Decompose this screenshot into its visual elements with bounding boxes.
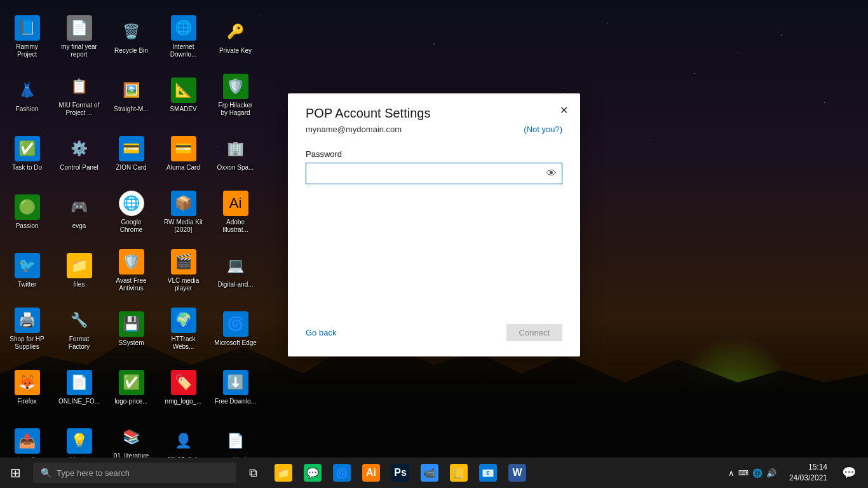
outlook-icon: 📧 — [479, 464, 497, 482]
desktop: 📘 Rammy Project 📄 my final year report 🗑… — [0, 0, 868, 488]
taskbar-app-outlook[interactable]: 📧 — [474, 458, 502, 488]
taskbar-app-word[interactable]: W — [503, 458, 531, 488]
notification-button[interactable]: 💬 — [835, 458, 863, 488]
word-icon: W — [508, 464, 526, 482]
taskbar-app-ai-illustrator[interactable]: Ai — [357, 458, 385, 488]
taskbar-app-file-explorer[interactable]: 📁 — [269, 458, 297, 488]
clock[interactable]: 15:14 24/03/2021 — [784, 462, 832, 484]
taskbar-app-sticky-notes[interactable]: 📒 — [445, 458, 473, 488]
dialog-footer: Go back Connect — [306, 324, 562, 341]
connect-button[interactable]: Connect — [506, 324, 562, 341]
zoom-icon: 📹 — [421, 464, 438, 482]
dialog-subtitle-row: myname@mydomain.com (Not you?) — [306, 125, 562, 134]
ai-illustrator-icon: Ai — [362, 464, 380, 482]
not-you-link[interactable]: (Not you?) — [524, 125, 562, 134]
clock-date: 24/03/2021 — [789, 473, 827, 484]
start-button[interactable]: ⊞ — [0, 458, 31, 488]
taskbar: ⊞ 🔍 Type here to search ⧉ 📁💬🌀AiPs📹📒📧W ∧ … — [0, 458, 868, 488]
dialog-title: POP Account Settings — [306, 106, 562, 121]
search-icon: 🔍 — [41, 468, 51, 478]
file-explorer-icon: 📁 — [275, 464, 292, 482]
system-tray[interactable]: ∧ ⌨ 🌐 🔊 — [723, 458, 782, 488]
network-icon: 🌐 — [752, 468, 763, 478]
taskbar-app-edge[interactable]: 🌀 — [328, 458, 356, 488]
wechat-icon: 💬 — [304, 464, 322, 482]
volume-icon: 🔊 — [766, 468, 776, 478]
edge-icon: 🌀 — [333, 464, 351, 482]
taskbar-search[interactable]: 🔍 Type here to search — [33, 463, 236, 483]
dialog-email: myname@mydomain.com — [306, 125, 402, 134]
taskbar-app-photoshop[interactable]: Ps — [386, 458, 414, 488]
keyboard-icon: ⌨ — [738, 469, 749, 477]
taskbar-app-zoom[interactable]: 📹 — [416, 458, 444, 488]
pop-account-dialog: ✕ POP Account Settings myname@mydomain.c… — [288, 93, 580, 356]
go-back-link[interactable]: Go back — [306, 328, 336, 337]
photoshop-icon: Ps — [391, 464, 409, 482]
show-password-button[interactable]: 👁 — [541, 163, 562, 184]
password-label: Password — [306, 149, 562, 159]
dialog-overlay: ✕ POP Account Settings myname@mydomain.c… — [0, 0, 868, 488]
password-input[interactable] — [306, 163, 541, 184]
taskbar-apps: 📁💬🌀AiPs📹📒📧W — [269, 458, 531, 488]
chevron-icon: ∧ — [728, 468, 735, 478]
search-placeholder: Type here to search — [57, 468, 130, 478]
clock-time: 15:14 — [808, 462, 827, 473]
sticky-notes-icon: 📒 — [450, 464, 468, 482]
task-view-button[interactable]: ⧉ — [239, 458, 267, 488]
close-button[interactable]: ✕ — [555, 101, 573, 119]
taskbar-right: ∧ ⌨ 🌐 🔊 15:14 24/03/2021 💬 — [723, 458, 868, 488]
password-field-wrapper: 👁 — [306, 163, 562, 184]
taskbar-app-wechat[interactable]: 💬 — [299, 458, 327, 488]
